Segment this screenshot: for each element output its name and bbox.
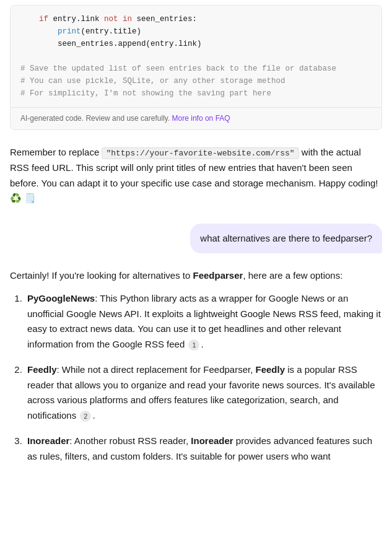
chat-container: if entry.link not in seen_entries: print… xyxy=(0,0,392,479)
code-line-1: if entry.link not in seen_entries: xyxy=(20,13,372,25)
response-intro-paragraph: Certainly! If you're looking for alterna… xyxy=(10,268,382,284)
code-block-wrapper: if entry.link not in seen_entries: print… xyxy=(0,0,392,140)
code-content: if entry.link not in seen_entries: print… xyxy=(11,6,381,107)
item2-text-mid: : While not a direct replacement for Fee… xyxy=(57,364,256,375)
code-line-2: print(entry.title) xyxy=(20,25,372,38)
user-bubble: what alternatives are there to feedparse… xyxy=(190,224,382,253)
code-footer: AI-generated code. Review and use carefu… xyxy=(11,107,381,129)
code-line-comment-2: # You can use pickle, SQLite, or any oth… xyxy=(20,75,372,87)
emoji-recycle: ♻️ xyxy=(10,193,22,203)
list-item-2: Feedly: While not a direct replacement f… xyxy=(25,362,382,424)
list-item-1: PyGoogleNews: This Python library acts a… xyxy=(25,291,382,352)
user-message-container: what alternatives are there to feedparse… xyxy=(0,216,392,263)
assistant-pre-text: Remember to replace xyxy=(10,147,99,157)
list-item-3: Inoreader: Another robust RSS reader, In… xyxy=(25,434,382,465)
item3-name2: Inoreader xyxy=(191,435,233,446)
code-line-comment-1: # Save the updated list of seen entries … xyxy=(20,63,372,75)
alternatives-list: PyGoogleNews: This Python library acts a… xyxy=(10,291,382,465)
emoji-notepad: 🗒️ xyxy=(24,193,36,203)
item3-name: Inoreader xyxy=(27,435,69,446)
assistant-text-block: Remember to replace "https://your-favori… xyxy=(0,140,392,216)
code-line-blank xyxy=(20,50,372,63)
item1-end: . xyxy=(201,339,203,349)
code-block: if entry.link not in seen_entries: print… xyxy=(10,5,382,130)
item3-text-mid: : Another robust RSS reader, xyxy=(69,435,191,446)
ref-badge-1: 1 xyxy=(188,339,199,351)
code-line-comment-3: # For simplicity, I'm not showing the sa… xyxy=(20,87,372,100)
response-intro-bold: Feedparser xyxy=(193,270,243,281)
code-footer-link[interactable]: More info on FAQ xyxy=(172,114,230,123)
assistant-response: Certainly! If you're looking for alterna… xyxy=(0,263,392,479)
user-message-text: what alternatives are there to feedparse… xyxy=(200,233,372,243)
item2-end: . xyxy=(92,410,95,421)
code-line-3: seen_entries.append(entry.link) xyxy=(20,38,372,50)
response-intro-text: Certainly! If you're looking for alterna… xyxy=(10,270,190,281)
ref-badge-2: 2 xyxy=(80,411,91,422)
response-intro-end: , here are a few options: xyxy=(243,270,342,281)
code-footer-text: AI-generated code. Review and use carefu… xyxy=(20,114,170,123)
inline-code-url: "https://your-favorite-website.com/rss" xyxy=(102,147,298,159)
item2-name: Feedly xyxy=(27,364,57,375)
item1-name: PyGoogleNews xyxy=(27,293,95,303)
item2-name2: Feedly xyxy=(256,364,285,375)
